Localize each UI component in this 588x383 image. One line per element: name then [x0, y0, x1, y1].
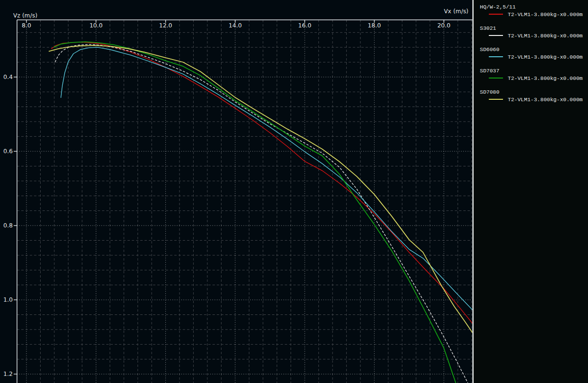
x-tick-label: 14.0 — [229, 22, 242, 29]
legend-entry[interactable]: S3021 T2-VLM1-3.800kg-x0.000m — [480, 25, 586, 38]
legend-panel: HQ/W-2,5/11 T2-VLM1-3.800kg-x0.000m S302… — [474, 0, 588, 383]
polar-graph-window: 8.010.012.014.016.018.020.00.40.60.81.01… — [0, 0, 588, 383]
x-axis-title: Vx (m/s) — [444, 8, 469, 15]
legend-entry-sublabel: T2-VLM1-3.800kg-x0.000m — [508, 75, 583, 81]
legend-entry[interactable]: SD7080 T2-VLM1-3.800kg-x0.000m — [480, 89, 586, 102]
polar-chart: 8.010.012.014.016.018.020.00.40.60.81.01… — [0, 0, 472, 383]
curve-sd7080[interactable] — [49, 45, 472, 334]
x-tick-label: 12.0 — [159, 22, 172, 29]
legend-line-sample — [489, 56, 503, 57]
y-tick-label: 0.8 — [3, 222, 13, 229]
grid-major — [17, 20, 472, 383]
legend-entry-name: HQ/W-2,5/11 — [480, 4, 586, 10]
legend-entry-sublabel: T2-VLM1-3.800kg-x0.000m — [508, 33, 583, 39]
legend-line-sample — [489, 35, 503, 36]
x-tick-label: 8.0 — [22, 22, 31, 29]
y-tick-label: 0.6 — [3, 148, 13, 155]
axes — [17, 20, 472, 383]
legend-entry-name: SD6060 — [480, 46, 586, 52]
legend-line-sample — [489, 14, 503, 15]
y-tick-label: 1.2 — [3, 370, 13, 377]
legend-entry-name: SD7080 — [480, 89, 586, 95]
curve-s3021[interactable] — [55, 44, 468, 383]
x-tick-label: 16.0 — [298, 22, 311, 29]
legend-entry[interactable]: SD7037 T2-VLM1-3.800kg-x0.000m — [480, 68, 586, 81]
y-axis-title: Vz (m/s) — [13, 12, 37, 19]
legend-entry[interactable]: HQ/W-2,5/11 T2-VLM1-3.800kg-x0.000m — [480, 4, 586, 17]
curves — [49, 42, 472, 383]
legend-entry-sublabel: T2-VLM1-3.800kg-x0.000m — [508, 54, 583, 60]
y-tick-label: 0.4 — [3, 73, 13, 80]
chart-canvas: 8.010.012.014.016.018.020.00.40.60.81.01… — [0, 0, 472, 383]
legend-entry-name: SD7037 — [480, 68, 586, 74]
curve-sd7037[interactable] — [54, 42, 456, 383]
x-tick-label: 18.0 — [368, 22, 381, 29]
x-tick-label: 10.0 — [89, 22, 102, 29]
legend-entry-sublabel: T2-VLM1-3.800kg-x0.000m — [508, 96, 583, 103]
legend-entry-name: S3021 — [480, 25, 586, 31]
legend-entry[interactable]: SD6060 T2-VLM1-3.800kg-x0.000m — [480, 46, 586, 60]
legend-line-sample — [489, 78, 503, 78]
curve-sd6060[interactable] — [61, 47, 472, 310]
x-tick-label: 20.0 — [437, 22, 451, 29]
tick-labels: 8.010.012.014.016.018.020.00.40.60.81.01… — [3, 22, 451, 377]
tick-marks — [14, 20, 444, 374]
legend-entry-sublabel: T2-VLM1-3.800kg-x0.000m — [508, 11, 583, 17]
y-tick-label: 1.0 — [3, 296, 13, 303]
grid-minor — [17, 20, 472, 383]
legend-line-sample — [489, 99, 503, 100]
